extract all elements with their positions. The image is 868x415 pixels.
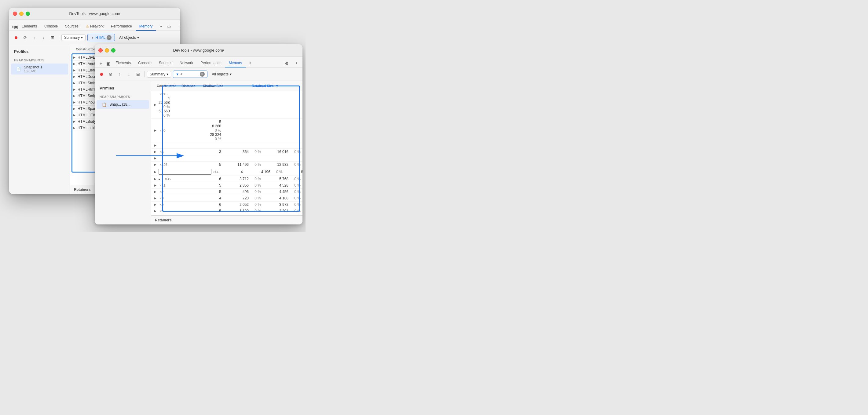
constructor-row-front[interactable]: ▶ ×3 3 364 0 % 16 016 0 % xyxy=(151,149,303,155)
distance-cell: 4 xyxy=(218,170,243,174)
expand-icon-front: ▶ xyxy=(153,183,157,188)
retained-pct-cell: 0 % xyxy=(290,150,301,154)
tab-memory-back[interactable]: Memory xyxy=(136,22,156,31)
distance-cell: 5 xyxy=(197,183,221,188)
constructor-row-front[interactable]: ▶ ×215 4 25 568 0 % 58 660 0 % xyxy=(151,91,303,119)
expand-icon: ▶ xyxy=(72,74,76,79)
constructor-row-front[interactable]: ▶ ×2 5 496 0 % 4 456 0 % xyxy=(151,189,303,195)
maximize-button-back[interactable] xyxy=(26,11,30,16)
tab-elements-front[interactable]: Elements xyxy=(112,59,134,67)
tab-elements-back[interactable]: Elements xyxy=(18,22,41,31)
retained-cell: 12 932 xyxy=(261,162,288,167)
col-retained-pct-front xyxy=(283,83,299,89)
tab-sources-front[interactable]: Sources xyxy=(155,59,176,67)
constructor-row-front[interactable]: ▶ ×14 4 4 196 0 % 6 076 0 % xyxy=(151,168,303,176)
download-icon-front[interactable]: ↓ xyxy=(125,70,133,78)
upload-icon-front[interactable]: ↑ xyxy=(116,70,123,78)
layers-icon-back[interactable]: ⊞ xyxy=(49,34,56,41)
upload-icon-back[interactable]: ↑ xyxy=(31,34,38,41)
retained-pct-cell: 0 % xyxy=(290,209,301,213)
shallow-pct-cell: 0 % xyxy=(250,209,261,213)
download-icon-back[interactable]: ↓ xyxy=(40,34,47,41)
frame-icon-back[interactable]: ▣ xyxy=(14,23,18,31)
retained-cell: 3 304 xyxy=(261,209,288,213)
constructor-row-front[interactable]: ▶ </span> <span class="row-count" data-n… xyxy=(151,142,303,149)
record-icon-back[interactable]: ⏺ xyxy=(12,34,20,41)
col-constructor-front: Constructor xyxy=(155,83,180,89)
retained-cell: 4 456 xyxy=(261,190,288,194)
settings-icon-front[interactable]: ⚙ xyxy=(283,60,290,67)
filter-input-front[interactable] xyxy=(180,72,198,76)
layers-icon-front[interactable]: ⊞ xyxy=(134,70,142,78)
filter-box-back[interactable]: ▼ HTML ✕ xyxy=(87,34,115,41)
constructor-row-front[interactable]: ▶ ×105 5 11 496 0 % 12 932 0 % xyxy=(151,162,303,168)
tab-performance-back[interactable]: Performance xyxy=(107,22,136,31)
row-name-front: ×215 4 25 568 0 % 58 660 0 % xyxy=(159,92,170,118)
title-bar-front: DevTools - www.google.com/ xyxy=(95,44,303,57)
minimize-button-back[interactable] xyxy=(19,11,24,16)
filter-box-front[interactable]: ▼ ✕ xyxy=(173,70,208,78)
tab-more-back[interactable]: » xyxy=(156,22,165,31)
sidebar-snapshot-front[interactable]: 📋 Snap... (18.... xyxy=(97,100,149,109)
expand-icon: ▶ xyxy=(72,94,76,98)
toolbar-back: ⏺ ⊘ ↑ ↓ ⊞ Summary ▾ ▼ HTML ✕ All objects… xyxy=(9,31,180,44)
maximize-button-front[interactable] xyxy=(111,48,116,53)
expand-icon-front: ▶ xyxy=(153,156,157,160)
shallow-cell: 2 052 xyxy=(221,202,249,207)
filter-clear-back[interactable]: ✕ xyxy=(106,35,112,40)
constructor-row-front[interactable]: ▶ ×3 4 720 0 % 4 188 0 % xyxy=(151,195,303,201)
close-button-back[interactable] xyxy=(13,11,17,16)
all-objects-front[interactable]: All objects ▾ xyxy=(209,71,300,77)
tab-console-back[interactable]: Console xyxy=(41,22,61,31)
tab-sources-back[interactable]: Sources xyxy=(61,22,82,31)
tab-network-back[interactable]: ⚠ Network xyxy=(82,22,107,31)
main-content-front: Profiles Heap snapshots 📋 Snap... (18...… xyxy=(95,81,303,224)
col-distance-front: Distance xyxy=(180,83,201,89)
tab-more-front[interactable]: » xyxy=(246,59,255,67)
constructor-row-front[interactable]: ▶ ×50 5 8 268 0 % 28 324 0 % xyxy=(151,119,303,142)
shallow-pct-cell: 0 % xyxy=(250,177,261,181)
all-objects-back[interactable]: All objects ▾ xyxy=(117,34,177,41)
retained-cell: 16 016 xyxy=(261,150,288,154)
tab-network-front[interactable]: Network xyxy=(176,59,197,67)
stop-icon-front[interactable]: ⊘ xyxy=(107,70,114,78)
expand-icon: ▶ xyxy=(72,119,76,124)
tab-console-front[interactable]: Console xyxy=(134,59,155,67)
window-body-front: ⌖ ▣ Elements Console Sources Network Per… xyxy=(95,57,303,224)
snapshot-size-back: 16.0 MB xyxy=(24,69,42,73)
sidebar-title-back: Profiles xyxy=(9,48,70,56)
shallow-cell: 364 xyxy=(221,150,249,154)
constructor-row-front[interactable]: ▶ ×9 6 2 052 0 % 3 972 0 % xyxy=(151,201,303,208)
tab-performance-front[interactable]: Performance xyxy=(197,59,225,67)
shallow-cell: 25 568 xyxy=(159,100,170,105)
stop-icon-back[interactable]: ⊘ xyxy=(21,34,29,41)
constructor-panel-front: Constructor Distance Shallow Size Retain… xyxy=(151,81,303,224)
expand-icon-front: ▶ xyxy=(153,128,157,132)
constructor-row-front[interactable]: ▶ ×35 6 3 712 0 % 5 768 0 % xyxy=(151,176,303,182)
retained-cell: 6 076 xyxy=(283,170,303,174)
summary-select-back[interactable]: Summary ▾ xyxy=(61,34,86,41)
constructor-row-front[interactable]: ▶ ×8 5 1 120 0 % 3 304 0 % xyxy=(151,208,303,214)
cursor-icon-back[interactable]: ⌖ xyxy=(11,23,14,31)
cursor-icon-front[interactable]: ⌖ xyxy=(97,60,104,67)
more-icon-front[interactable]: ⋮ xyxy=(293,60,300,67)
constructor-rows-front[interactable]: ▶ ×215 4 25 568 0 % 58 660 0 % ▶ ×50 5 8… xyxy=(151,91,303,215)
expand-icon-front: ▶ xyxy=(153,162,157,167)
tab-memory-front[interactable]: Memory xyxy=(225,59,246,67)
filter-clear-front[interactable]: ✕ xyxy=(200,72,205,77)
record-icon-front[interactable]: ⏺ xyxy=(98,70,105,78)
constructor-row-front[interactable]: ▶ ×11 5 2 856 0 % 4 528 0 % xyxy=(151,182,303,189)
frame-icon-front[interactable]: ▣ xyxy=(104,60,112,67)
nav-tabs-back: ⌖ ▣ Elements Console Sources ⚠ Network P… xyxy=(9,20,180,31)
expand-icon-front: ▶ xyxy=(153,196,157,200)
sidebar-snapshot-back[interactable]: 📄 Snapshot 1 16.0 MB xyxy=(11,64,68,74)
row-count-front: ×3 xyxy=(160,196,164,200)
row-name-front: ×35 xyxy=(159,177,171,181)
summary-select-front[interactable]: Summary ▾ xyxy=(147,71,171,77)
close-button-front[interactable] xyxy=(98,48,103,53)
more-icon-back[interactable]: ⋮ xyxy=(175,23,180,31)
minimize-button-front[interactable] xyxy=(105,48,109,53)
shallow-pct-cell: 0 % xyxy=(250,202,261,207)
settings-icon-back[interactable]: ⚙ xyxy=(165,23,173,31)
constructor-row-front[interactable]: ▶ </span> <span class="row-count" data-n… xyxy=(151,155,303,162)
